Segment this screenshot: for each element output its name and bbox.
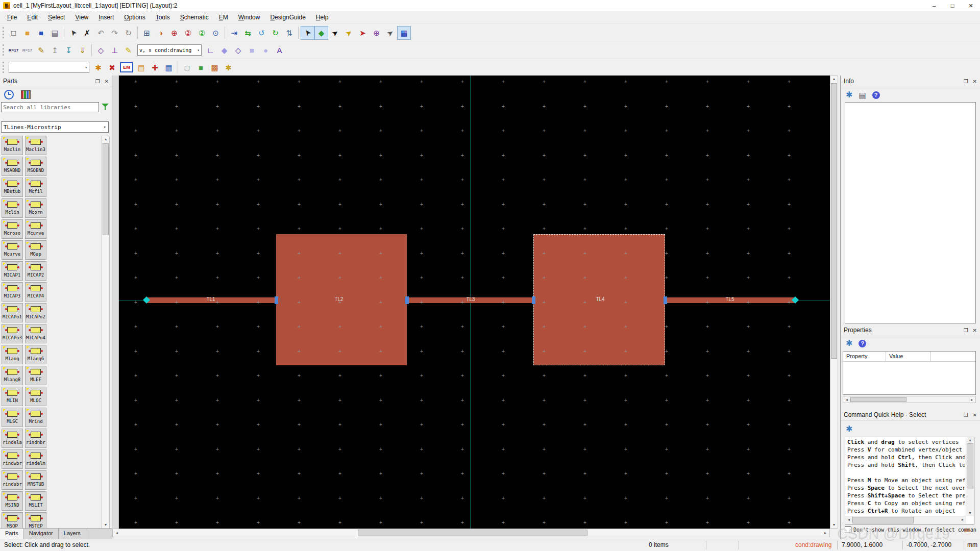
- scroll-right-icon[interactable]: ▸: [960, 518, 965, 522]
- pointer-icon[interactable]: ➤: [66, 26, 80, 40]
- insert-pin-pair-icon[interactable]: ⇆: [241, 26, 255, 40]
- view-3d-icon[interactable]: □: [180, 61, 194, 74]
- push-into-icon[interactable]: ↧: [62, 43, 76, 57]
- menu-edit[interactable]: Edit: [22, 12, 43, 22]
- scroll-thumb[interactable]: [967, 443, 973, 489]
- em-options-icon[interactable]: ✱: [222, 61, 235, 74]
- canvas-hscrollbar[interactable]: ◂ ▸: [112, 529, 830, 537]
- pop-out-icon[interactable]: ↥: [48, 43, 62, 57]
- part-mgap[interactable]: MGap: [25, 240, 46, 260]
- tab-navigator[interactable]: Navigator: [24, 529, 59, 539]
- substrate-3d-icon[interactable]: ▩: [208, 61, 222, 74]
- quick-help-vscrollbar[interactable]: ▴ ▾: [966, 437, 974, 516]
- scroll-thumb[interactable]: [831, 83, 837, 359]
- part-mstep[interactable]: MSTEP: [25, 512, 46, 529]
- part-mcroso[interactable]: Mcroso: [2, 219, 23, 239]
- part-mlsc[interactable]: MLSC: [2, 408, 23, 427]
- quick-help-hscrollbar[interactable]: ◂ ▸: [845, 516, 966, 524]
- insert-rectangle-icon[interactable]: ■: [245, 43, 259, 57]
- insert-port-icon[interactable]: ◇: [94, 43, 108, 57]
- insert-text-icon[interactable]: A: [273, 43, 286, 57]
- canvas-vscrollbar[interactable]: ▴ ▾: [830, 76, 838, 529]
- open-icon[interactable]: ■: [20, 26, 34, 40]
- zoom-out-2x-icon[interactable]: ②: [195, 26, 209, 40]
- part-maclin3[interactable]: Maclin3: [25, 136, 46, 155]
- rotate-ccw-icon[interactable]: ↺: [255, 26, 268, 40]
- toolbar-drag-handle[interactable]: [3, 27, 4, 38]
- new-layout-icon[interactable]: □: [7, 26, 20, 40]
- part-mcurve[interactable]: Mcurve: [25, 219, 46, 239]
- resimulate-alt-icon[interactable]: R=17: [20, 48, 34, 53]
- scroll-thumb[interactable]: [358, 530, 587, 536]
- part-micapo3[interactable]: MICAPo3: [2, 324, 23, 343]
- scroll-left-icon[interactable]: ◂: [846, 518, 851, 522]
- menu-view[interactable]: View: [70, 12, 93, 22]
- scroll-thumb[interactable]: [850, 397, 906, 402]
- save-icon[interactable]: ■: [34, 26, 48, 40]
- tab-layers[interactable]: Layers: [59, 529, 86, 539]
- part-mcurve2[interactable]: Mcurve: [2, 240, 23, 260]
- zoom-in-2x-icon[interactable]: ②: [181, 26, 195, 40]
- float-panel-icon[interactable]: ❐: [964, 412, 968, 418]
- menu-tools[interactable]: Tools: [151, 12, 175, 22]
- menu-options[interactable]: Options: [119, 12, 150, 22]
- view-3d-em-icon[interactable]: ■: [194, 61, 208, 74]
- parts-scrollbar[interactable]: ▴ ▾: [102, 136, 110, 529]
- part-mlef[interactable]: MLEF: [25, 366, 46, 385]
- menu-file[interactable]: File: [2, 12, 22, 22]
- part-mloc[interactable]: MLOC: [25, 387, 46, 406]
- help-icon[interactable]: ?: [859, 340, 866, 347]
- part-mcfil[interactable]: Mcfil: [25, 178, 46, 197]
- part-mslit[interactable]: MSLIT: [25, 491, 46, 511]
- move-text-icon[interactable]: ➤: [356, 26, 370, 40]
- insert-polygon-icon[interactable]: ◆: [217, 43, 231, 57]
- part-mrind[interactable]: Mrind: [25, 408, 46, 427]
- scroll-up-icon[interactable]: ▴: [102, 137, 109, 141]
- scroll-up-icon[interactable]: ▴: [966, 438, 974, 442]
- part-rindwbr[interactable]: rindwbr: [2, 449, 23, 469]
- insert-path-icon[interactable]: ∟: [204, 43, 217, 57]
- em-stop-icon[interactable]: ✖: [105, 61, 119, 74]
- search-filter-icon[interactable]: [102, 104, 109, 111]
- rotate-ref-icon[interactable]: ↻: [268, 26, 282, 40]
- close-panel-icon[interactable]: ✕: [105, 79, 109, 84]
- part-msabnd[interactable]: MSABND: [2, 157, 23, 176]
- float-panel-icon[interactable]: ❐: [964, 328, 968, 333]
- gear-icon[interactable]: ✱: [846, 425, 852, 433]
- tab-parts[interactable]: Parts: [0, 529, 24, 539]
- insert-circle-icon[interactable]: ●: [259, 43, 273, 57]
- close-panel-icon[interactable]: ✕: [973, 328, 977, 333]
- part-mbstub[interactable]: MBstub: [2, 178, 23, 197]
- zoom-point-icon[interactable]: ⊙: [209, 26, 223, 40]
- menu-select[interactable]: Select: [43, 12, 70, 22]
- scroll-right-icon[interactable]: ▸: [969, 398, 974, 402]
- scroll-down-icon[interactable]: ▾: [102, 523, 109, 527]
- menu-designguide[interactable]: DesignGuide: [265, 12, 310, 22]
- part-micap1[interactable]: MICAP1: [2, 261, 23, 281]
- part-msop[interactable]: MSOP: [2, 512, 23, 529]
- em-simulate-icon[interactable]: EM: [120, 62, 133, 72]
- float-panel-icon[interactable]: ❐: [95, 79, 100, 84]
- deselect-all-icon[interactable]: ➤: [328, 26, 342, 40]
- minimize-button[interactable]: –: [925, 0, 943, 11]
- scroll-thumb[interactable]: [103, 143, 109, 235]
- dontshow-checkbox[interactable]: [845, 527, 851, 533]
- part-mlang[interactable]: Mlang: [2, 345, 23, 364]
- zoom-in-icon[interactable]: ⊕: [167, 26, 181, 40]
- recent-parts-icon[interactable]: [4, 90, 14, 99]
- menu-insert[interactable]: Insert: [93, 12, 119, 22]
- close-panel-icon[interactable]: ✕: [973, 79, 977, 84]
- part-mclin[interactable]: Mclin: [2, 198, 23, 218]
- scroll-left-icon[interactable]: ◂: [844, 398, 849, 402]
- part-micap2[interactable]: MICAP2: [25, 261, 46, 281]
- redo-list-icon[interactable]: ↻: [121, 26, 135, 40]
- close-button[interactable]: ✕: [962, 0, 980, 11]
- scroll-down-icon[interactable]: ▾: [966, 511, 974, 515]
- part-micap4[interactable]: MICAP4: [25, 282, 46, 302]
- toolbar-drag-handle[interactable]: [3, 44, 4, 56]
- library-dropdown[interactable]: TLines-Microstrip ▾: [1, 121, 109, 133]
- scroll-right-icon[interactable]: ▸: [823, 531, 828, 535]
- gear-icon[interactable]: ✱: [846, 91, 852, 99]
- pin-marker[interactable]: [532, 296, 535, 304]
- snap-grid-toggle-icon[interactable]: ▦: [397, 26, 411, 40]
